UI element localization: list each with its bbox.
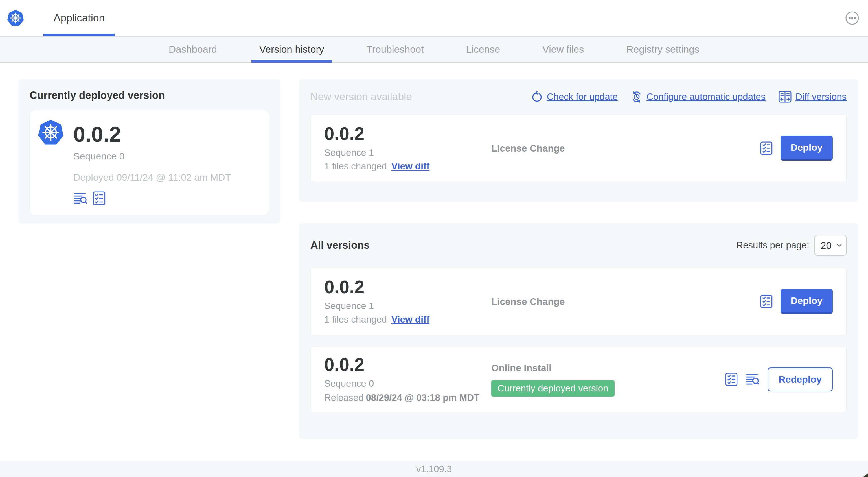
tab-label: Dashboard	[169, 44, 217, 55]
deploy-button[interactable]: Deploy	[780, 289, 833, 314]
diff-icon	[779, 91, 792, 103]
tab-registry-settings[interactable]: Registry settings	[618, 37, 707, 62]
view-logs-button[interactable]	[746, 373, 760, 386]
version-row-sequence-0: 0.0.2 Sequence 0 Released08/29/24 @ 03:1…	[310, 347, 846, 412]
view-diff-link[interactable]: View diff	[392, 161, 430, 172]
configure-automatic-updates-label: Configure automatic updates	[647, 91, 766, 102]
active-tab-indicator	[251, 60, 332, 63]
new-version-row: 0.0.2 Sequence 1 1 files changed View di…	[310, 114, 846, 182]
ellipsis-icon	[845, 11, 860, 25]
cursor-artifact	[863, 473, 868, 477]
app-header: Application	[0, 0, 868, 36]
refresh-icon	[531, 91, 543, 103]
version-number: 0.0.2	[324, 278, 491, 296]
tab-label: Registry settings	[626, 44, 699, 55]
preflight-checks-button[interactable]	[760, 141, 773, 155]
app-footer: v1.109.3	[0, 461, 868, 477]
preflight-checks-button[interactable]	[725, 372, 738, 386]
active-tab-underline	[43, 34, 115, 36]
version-source: License Change	[491, 296, 760, 307]
version-source: License Change	[491, 143, 760, 154]
app-tab-label: Application	[54, 12, 105, 24]
tab-version-history[interactable]: Version history	[251, 37, 332, 62]
view-logs-button[interactable]	[73, 192, 88, 205]
preflight-checks-icon	[760, 295, 773, 308]
kubernetes-logo-icon	[7, 9, 24, 27]
version-sequence: Sequence 0	[324, 378, 491, 389]
tab-view-files[interactable]: View files	[534, 37, 592, 62]
deployed-version-sequence: Sequence 0	[73, 151, 125, 162]
version-sequence: Sequence 1	[324, 147, 491, 158]
deployed-timestamp: Deployed 09/11/24 @ 11:02 am MDT	[73, 172, 259, 183]
diff-versions-label: Diff versions	[796, 91, 846, 102]
tab-label: Version history	[259, 44, 324, 55]
version-source: Online Install	[491, 362, 725, 374]
version-number: 0.0.2	[324, 125, 491, 143]
currently-deployed-title: Currently deployed version	[30, 89, 269, 101]
app-tab-application[interactable]: Application	[43, 0, 115, 36]
version-row-sequence-1: 0.0.2 Sequence 1 1 files changed View di…	[310, 268, 846, 335]
view-logs-icon	[73, 192, 88, 205]
configure-automatic-updates-link[interactable]: Configure automatic updates	[631, 91, 766, 103]
view-logs-icon	[746, 373, 760, 386]
redeploy-button[interactable]: Redeploy	[768, 367, 833, 391]
tab-label: View files	[542, 44, 584, 55]
deploy-button[interactable]: Deploy	[780, 136, 833, 160]
preflight-checks-button[interactable]	[760, 295, 773, 308]
preflight-checks-icon	[93, 191, 105, 206]
more-menu-button[interactable]	[845, 11, 860, 25]
check-for-update-link[interactable]: Check for update	[531, 91, 618, 103]
currently-deployed-badge: Currently deployed version	[491, 380, 615, 396]
results-per-page-label: Results per page:	[736, 240, 809, 251]
tab-dashboard[interactable]: Dashboard	[161, 37, 225, 62]
preflight-checks-icon	[760, 141, 773, 155]
tab-label: License	[466, 44, 500, 55]
version-sequence: Sequence 1	[324, 301, 491, 311]
all-versions-section: All versions Results per page: 20 0.0.2 …	[299, 223, 858, 439]
preflight-checks-icon	[725, 372, 738, 386]
page-tabbar: Dashboard Version history Troubleshoot L…	[0, 36, 868, 63]
currently-deployed-section: Currently deployed version 0.0.2	[18, 79, 280, 223]
deployed-version-number: 0.0.2	[73, 124, 125, 145]
tab-label: Troubleshoot	[367, 44, 424, 55]
tab-license[interactable]: License	[458, 37, 508, 62]
kubernetes-logo-icon	[37, 118, 64, 146]
check-for-update-label: Check for update	[547, 91, 618, 102]
released-prefix: Released	[324, 392, 364, 403]
app-manager-version: v1.109.3	[416, 464, 452, 474]
view-diff-link[interactable]: View diff	[392, 314, 430, 325]
all-versions-title: All versions	[310, 239, 370, 251]
preflight-checks-button[interactable]	[93, 191, 105, 206]
diff-versions-link[interactable]: Diff versions	[779, 91, 846, 103]
version-number: 0.0.2	[324, 356, 491, 374]
files-changed-label: 1 files changed	[324, 161, 387, 172]
clock-sync-icon	[631, 91, 643, 103]
deployed-version-card: 0.0.2 Sequence 0 Deployed 09/11/24 @ 11:…	[30, 110, 269, 215]
released-timestamp: Released08/29/24 @ 03:18 pm MDT	[324, 392, 491, 403]
results-per-page-select[interactable]: 20	[814, 235, 846, 256]
tab-troubleshoot[interactable]: Troubleshoot	[359, 37, 432, 62]
new-version-title: New version available	[310, 91, 412, 103]
released-date: 08/29/24 @ 03:18 pm MDT	[366, 392, 479, 403]
files-changed-label: 1 files changed	[324, 314, 387, 325]
new-version-section: New version available Check for update	[299, 79, 858, 202]
